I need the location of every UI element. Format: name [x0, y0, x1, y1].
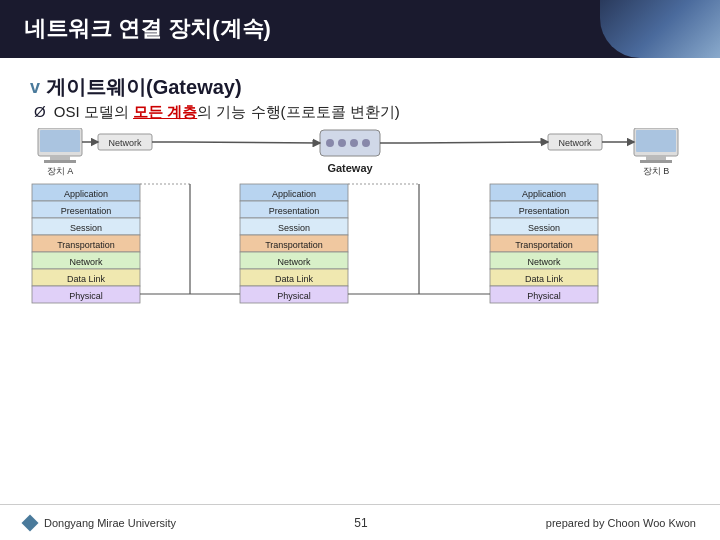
svg-rect-1: [40, 130, 80, 152]
subtitle-underline: 모든 계층: [133, 103, 197, 120]
svg-text:Transportation: Transportation: [265, 240, 323, 250]
page-number: 51: [354, 516, 367, 530]
subtitle-arrow: Ø: [34, 103, 46, 120]
svg-text:Transportation: Transportation: [57, 240, 115, 250]
svg-text:Application: Application: [272, 189, 316, 199]
slide-footer: Dongyang Mirae University 51 prepared by…: [0, 504, 720, 540]
svg-text:Presentation: Presentation: [269, 206, 320, 216]
svg-rect-58: [490, 218, 598, 235]
svg-rect-38: [32, 286, 140, 303]
svg-text:Data Link: Data Link: [67, 274, 106, 284]
svg-text:Presentation: Presentation: [519, 206, 570, 216]
svg-text:장치 B: 장치 B: [643, 166, 670, 176]
svg-rect-66: [490, 286, 598, 303]
header-decoration: [600, 0, 720, 58]
svg-text:Presentation: Presentation: [61, 206, 112, 216]
svg-text:Data Link: Data Link: [525, 274, 564, 284]
svg-text:Network: Network: [69, 257, 103, 267]
main-title: 게이트웨이(Gateway): [46, 74, 242, 101]
svg-point-13: [350, 139, 358, 147]
svg-rect-50: [240, 269, 348, 286]
svg-rect-18: [548, 134, 602, 150]
svg-line-24: [410, 142, 548, 143]
svg-rect-16: [98, 134, 152, 150]
slide-header: 네트워크 연결 장치(계속): [0, 0, 720, 58]
svg-rect-40: [240, 184, 348, 201]
svg-rect-60: [490, 235, 598, 252]
svg-rect-52: [240, 286, 348, 303]
svg-text:Physical: Physical: [277, 291, 311, 301]
svg-rect-34: [32, 252, 140, 269]
svg-text:Session: Session: [528, 223, 560, 233]
svg-rect-44: [240, 218, 348, 235]
svg-rect-26: [32, 184, 140, 201]
svg-rect-3: [44, 160, 76, 163]
svg-point-14: [362, 139, 370, 147]
svg-rect-54: [490, 184, 598, 201]
svg-text:Physical: Physical: [69, 291, 103, 301]
svg-rect-0: [38, 128, 82, 156]
footer-left: Dongyang Mirae University: [24, 517, 176, 529]
svg-rect-56: [490, 201, 598, 218]
svg-text:Data Link: Data Link: [275, 274, 314, 284]
bullet-diamond: v: [30, 77, 40, 98]
footer-page: 51: [354, 516, 367, 530]
footer-prepared: prepared by Choon Woo Kwon: [546, 517, 696, 529]
subtitle-text: OSI 모델의: [54, 103, 133, 120]
svg-text:Application: Application: [522, 189, 566, 199]
section-title: v 게이트웨이(Gateway): [30, 74, 690, 101]
svg-text:Network: Network: [108, 138, 142, 148]
svg-rect-36: [32, 269, 140, 286]
svg-text:Session: Session: [70, 223, 102, 233]
svg-text:Transportation: Transportation: [515, 240, 573, 250]
svg-text:Application: Application: [64, 189, 108, 199]
svg-rect-48: [240, 252, 348, 269]
svg-rect-46: [240, 235, 348, 252]
svg-text:Network: Network: [277, 257, 311, 267]
footer-university: Dongyang Mirae University: [44, 517, 176, 529]
subtitle: Ø OSI 모델의 모든 계층의 기능 수행(프로토콜 변환기): [34, 103, 690, 122]
svg-text:Network: Network: [527, 257, 561, 267]
header-title: 네트워크 연결 장치(계속): [24, 14, 271, 44]
svg-text:장치 A: 장치 A: [47, 166, 74, 176]
svg-rect-10: [320, 130, 380, 156]
svg-rect-6: [636, 130, 676, 152]
footer-diamond-icon: [22, 514, 39, 531]
footer-right: prepared by Choon Woo Kwon: [546, 517, 696, 529]
svg-rect-2: [50, 156, 70, 160]
main-content: v 게이트웨이(Gateway) Ø OSI 모델의 모든 계층의 기능 수행(…: [0, 58, 720, 418]
svg-text:Gateway: Gateway: [327, 162, 373, 174]
diagram-area: 장치 A 장치 B Gateway Network Network: [30, 128, 690, 408]
svg-rect-8: [640, 160, 672, 163]
svg-rect-28: [32, 201, 140, 218]
svg-rect-62: [490, 252, 598, 269]
svg-line-22: [180, 142, 320, 143]
svg-rect-32: [32, 235, 140, 252]
svg-point-11: [326, 139, 334, 147]
svg-text:Session: Session: [278, 223, 310, 233]
svg-text:Physical: Physical: [527, 291, 561, 301]
svg-rect-7: [646, 156, 666, 160]
svg-rect-5: [634, 128, 678, 156]
svg-rect-30: [32, 218, 140, 235]
svg-point-12: [338, 139, 346, 147]
svg-text:Network: Network: [558, 138, 592, 148]
title-section: v 게이트웨이(Gateway) Ø OSI 모델의 모든 계층의 기능 수행(…: [30, 74, 690, 122]
svg-rect-42: [240, 201, 348, 218]
svg-rect-64: [490, 269, 598, 286]
subtitle-text2: 의 기능 수행(프로토콜 변환기): [197, 103, 400, 120]
diagram-svg: 장치 A 장치 B Gateway Network Network: [30, 128, 690, 408]
